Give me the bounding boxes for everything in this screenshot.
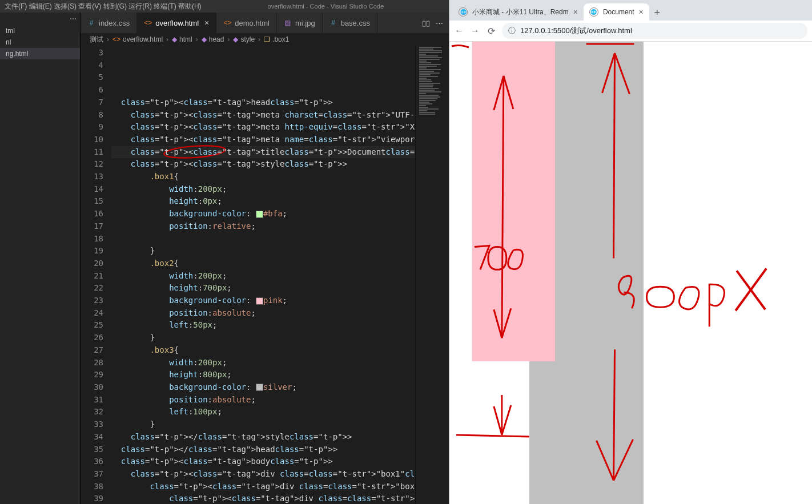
code-line[interactable]: class="t-p"><class="t-tag">bodyclass="t-… (111, 455, 415, 468)
tab-label: base.css (341, 19, 370, 27)
breadcrumb-item[interactable]: ❏.box1 (264, 35, 289, 43)
tab-label: index.css (99, 19, 130, 27)
code-line[interactable]: left:50px; (111, 319, 415, 332)
editor-tab[interactable]: #index.css (81, 13, 137, 33)
code-line[interactable]: background-color: silver; (111, 381, 415, 394)
forward-button[interactable]: → (470, 26, 480, 36)
browser-tab[interactable]: 🌐Document× (584, 3, 649, 21)
symbol-icon: ◆ (172, 35, 177, 43)
page-viewport[interactable] (449, 42, 812, 504)
editor-tab[interactable]: ▨mi.jpg (277, 13, 323, 33)
code-line[interactable]: position:absolute; (111, 307, 415, 320)
css-file-icon: # (87, 19, 95, 27)
tab-title: Document (603, 8, 634, 16)
more-actions-icon[interactable]: ⋯ (436, 19, 443, 27)
code-line[interactable]: } (111, 418, 415, 431)
favicon-icon: 🌐 (459, 7, 468, 17)
code-line[interactable] (111, 233, 415, 245)
editor-tab[interactable]: <>demo.html (216, 13, 277, 33)
explorer-item[interactable]: tml (0, 25, 80, 37)
line-gutter: 3456789101112131415161718192021222324252… (81, 46, 111, 504)
window-title: overflow.html - Code - Visual Studio Cod… (207, 3, 444, 10)
breadcrumb-item[interactable]: 测试 (90, 35, 103, 45)
code-line[interactable]: class="t-p"><class="t-tag">meta charset=… (111, 109, 415, 122)
code-line[interactable]: height:800px; (111, 369, 415, 381)
reload-button[interactable]: ⟳ (486, 26, 496, 37)
breadcrumb-item[interactable]: <>overflow.html (112, 35, 163, 43)
tab-label: mi.jpg (295, 19, 315, 27)
address-bar[interactable]: ⓘ 127.0.0.1:5500/测试/overflow.html (502, 23, 807, 39)
code-line[interactable]: background-color: #bfa; (111, 208, 415, 220)
breadcrumbs[interactable]: 测试›<>overflow.html›◆html›◆head›◆style›❏.… (81, 33, 449, 46)
code-line[interactable]: } (111, 245, 415, 257)
chevron-right-icon: › (258, 35, 260, 43)
browser-tab[interactable]: 🌐小米商城 - 小米11 Ultra、Redm× (453, 3, 584, 21)
chevron-right-icon: › (107, 35, 109, 43)
code-line[interactable]: background-color: pink; (111, 295, 415, 307)
editor-tab[interactable]: <>overflow.html× (137, 13, 216, 33)
symbol-icon: ◆ (202, 35, 207, 43)
code-line[interactable]: class="t-p"><class="t-tag">div class=cla… (111, 481, 415, 493)
chevron-right-icon: › (227, 35, 230, 43)
minimap[interactable] (415, 46, 449, 504)
chrome-tabstrip[interactable]: 🌐小米商城 - 小米11 Ultra、Redm×🌐Document×+ (449, 0, 812, 21)
code-line[interactable]: height:700px; (111, 282, 415, 295)
code-line[interactable]: class="t-p"><class="t-tag">meta http-equ… (111, 121, 415, 134)
code-line[interactable]: height:0px; (111, 195, 415, 208)
img-file-icon: ▨ (284, 19, 292, 27)
code-line[interactable]: class="t-p"><class="t-tag">div class=cla… (111, 493, 415, 504)
ellipsis-icon[interactable]: ⋯ (70, 15, 77, 23)
breadcrumb-item[interactable]: ◆html (172, 35, 192, 43)
close-icon[interactable]: × (204, 18, 209, 27)
code-line[interactable]: .box1{ (111, 171, 415, 183)
class-symbol-icon: ❏ (264, 35, 270, 43)
site-info-icon[interactable]: ⓘ (508, 26, 516, 36)
code-line[interactable]: class="t-p"></class="t-tag">styleclass="… (111, 431, 415, 443)
code-line[interactable]: class="t-p"><class="t-tag">meta name=cla… (111, 134, 415, 146)
code-line[interactable]: } (111, 332, 415, 344)
explorer-item[interactable]: nl (0, 37, 80, 48)
code-line[interactable]: class="t-p"></class="t-tag">headclass="t… (111, 443, 415, 456)
tab-label: demo.html (235, 19, 270, 27)
editor-tab[interactable]: #base.css (323, 13, 377, 33)
close-icon[interactable]: × (639, 7, 644, 17)
code-line[interactable]: position:absolute; (111, 394, 415, 406)
css-file-icon: # (329, 19, 337, 27)
editor-tabs[interactable]: #index.css<>overflow.html×<>demo.html▨mi… (81, 13, 449, 33)
chevron-right-icon: › (196, 35, 198, 43)
menubar-items[interactable]: 文件(F) 编辑(E) 选择(S) 查看(V) 转到(G) 运行(R) 终端(T… (5, 2, 202, 11)
vscode-window: 文件(F) 编辑(E) 选择(S) 查看(V) 转到(G) 运行(R) 终端(T… (0, 0, 449, 504)
url-text: 127.0.0.1:5500/测试/overflow.html (520, 26, 632, 36)
code-line[interactable]: .box2{ (111, 257, 415, 270)
code-line[interactable]: class="t-p"><class="t-tag">styleclass="t… (111, 158, 415, 171)
split-editor-icon[interactable]: ▯▯ (422, 19, 430, 27)
code-line[interactable]: .box3{ (111, 344, 415, 357)
code-line[interactable]: width:200px; (111, 183, 415, 196)
code-line[interactable]: class="t-p"><class="t-tag">div class=cla… (111, 468, 415, 481)
explorer-actions[interactable]: ⋯ (0, 13, 80, 25)
html-file-icon: <> (223, 19, 231, 27)
symbol-icon: ◆ (233, 35, 238, 43)
tab-label: overflow.html (155, 19, 199, 27)
code-line[interactable]: class="t-p"><class="t-tag">headclass="t-… (111, 96, 415, 109)
breadcrumb-item[interactable]: ◆head (202, 35, 224, 43)
explorer-item[interactable]: ng.html (0, 48, 80, 59)
vscode-menubar[interactable]: 文件(F) 编辑(E) 选择(S) 查看(V) 转到(G) 运行(R) 终端(T… (0, 0, 449, 13)
chrome-toolbar[interactable]: ← → ⟳ ⓘ 127.0.0.1:5500/测试/overflow.html (449, 21, 812, 42)
close-icon[interactable]: × (573, 7, 578, 17)
back-button[interactable]: ← (454, 26, 464, 36)
code-line[interactable]: width:200px; (111, 357, 415, 369)
code-line[interactable]: left:100px; (111, 406, 415, 418)
code-line[interactable]: position:relative; (111, 220, 415, 233)
tab-title: 小米商城 - 小米11 Ultra、Redm (472, 7, 569, 17)
code-line[interactable]: width:200px; (111, 270, 415, 283)
code-editor[interactable]: 3456789101112131415161718192021222324252… (81, 46, 449, 504)
html-file-icon: <> (144, 19, 152, 27)
html-file-icon: <> (112, 35, 120, 43)
explorer-panel[interactable]: ⋯ tmlnlng.html (0, 13, 81, 504)
code-area[interactable]: class="t-p"><class="t-tag">headclass="t-… (111, 46, 415, 504)
new-tab-button[interactable]: + (649, 5, 665, 21)
favicon-icon: 🌐 (589, 7, 598, 17)
code-line[interactable]: class="t-p"><class="t-tag">titleclass="t… (111, 146, 415, 159)
breadcrumb-item[interactable]: ◆style (233, 35, 255, 43)
